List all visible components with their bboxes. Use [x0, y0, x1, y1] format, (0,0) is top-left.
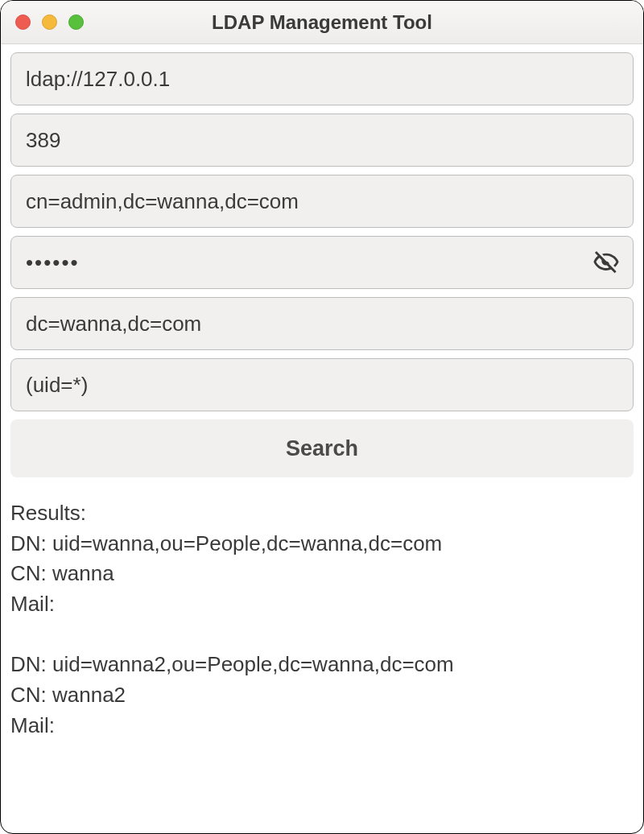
port-field [10, 114, 634, 167]
filter-field [10, 358, 634, 411]
bind-dn-input[interactable] [10, 175, 634, 228]
app-window: LDAP Management Tool Search Results: D [0, 0, 644, 834]
bind-dn-field [10, 175, 634, 228]
minimize-window-button[interactable] [42, 14, 57, 30]
filter-input[interactable] [10, 358, 634, 411]
password-input[interactable] [10, 236, 634, 289]
eye-off-icon [592, 249, 620, 276]
window-controls [15, 14, 84, 30]
form-area: Search [1, 44, 643, 477]
close-window-button[interactable] [15, 14, 31, 30]
search-button[interactable]: Search [10, 419, 634, 477]
titlebar: LDAP Management Tool [1, 1, 643, 44]
port-input[interactable] [10, 114, 634, 167]
base-dn-field [10, 297, 634, 350]
server-input[interactable] [10, 52, 634, 105]
server-field [10, 52, 634, 105]
toggle-password-visibility-button[interactable] [590, 246, 622, 279]
results-output: Results: DN: uid=wanna,ou=People,dc=wann… [1, 477, 643, 741]
base-dn-input[interactable] [10, 297, 634, 350]
password-field [10, 236, 634, 289]
maximize-window-button[interactable] [68, 14, 84, 30]
window-title: LDAP Management Tool [1, 11, 643, 34]
